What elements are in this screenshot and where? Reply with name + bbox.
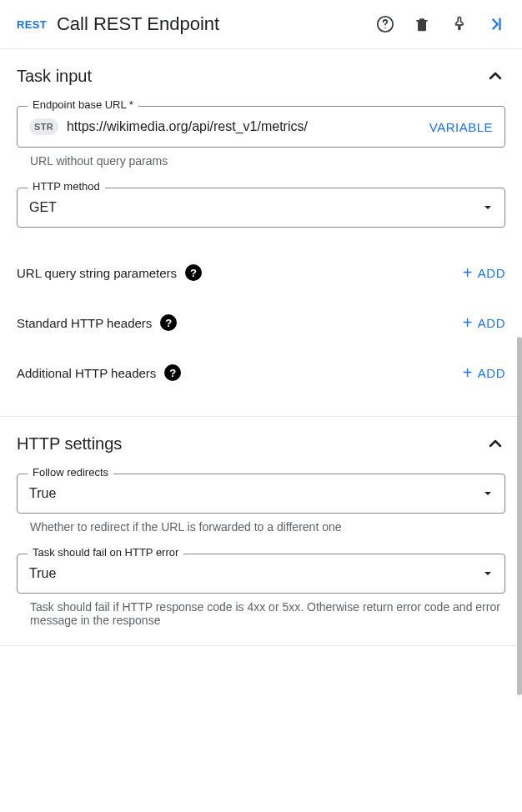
scrollbar[interactable] <box>517 337 522 695</box>
query-params-row: URL query string parameters ? + ADD <box>17 248 505 298</box>
help-icon[interactable]: ? <box>160 314 177 331</box>
endpoint-url-input[interactable] <box>67 119 421 134</box>
http-method-select[interactable]: GET <box>18 188 504 227</box>
help-icon[interactable]: ? <box>185 264 202 281</box>
plus-icon: + <box>463 314 473 331</box>
fail-on-error-field-group: Task should fail on HTTP error True Task… <box>17 554 505 627</box>
caret-down-icon <box>483 569 493 579</box>
fail-on-error-value: True <box>29 566 56 581</box>
http-method-field-group: HTTP method GET <box>17 188 505 228</box>
standard-headers-row: Standard HTTP headers ? + ADD <box>17 298 505 348</box>
delete-icon[interactable] <box>412 14 432 34</box>
query-params-label: URL query string parameters <box>17 266 177 280</box>
help-icon[interactable] <box>375 14 395 34</box>
str-type-badge: STR <box>29 118 58 135</box>
endpoint-url-helper: URL without query params <box>30 154 505 168</box>
add-label: ADD <box>478 266 505 280</box>
caret-down-icon <box>483 203 493 213</box>
panel-title: Call REST Endpoint <box>57 13 365 35</box>
standard-headers-label: Standard HTTP headers <box>17 316 152 330</box>
task-input-toggle[interactable]: Task input <box>17 66 505 86</box>
follow-redirects-label: Follow redirects <box>28 466 113 479</box>
chevron-up-icon <box>485 66 505 86</box>
svg-point-1 <box>384 28 385 28</box>
panel-header: REST Call REST Endpoint <box>0 0 522 49</box>
http-settings-title: HTTP settings <box>17 434 122 454</box>
plus-icon: + <box>463 364 473 381</box>
add-standard-header-button[interactable]: + ADD <box>463 314 505 331</box>
fail-on-error-helper: Task should fail if HTTP response code i… <box>30 600 505 627</box>
rest-badge: REST <box>17 18 47 31</box>
http-settings-section: HTTP settings Follow redirects True Wh <box>0 417 522 646</box>
caret-down-icon <box>483 489 493 499</box>
fail-on-error-select[interactable]: True <box>18 554 504 593</box>
add-label: ADD <box>478 366 505 380</box>
task-input-section: Task input Endpoint base URL * STR VARIA… <box>0 49 522 417</box>
collapse-panel-icon[interactable] <box>485 14 505 34</box>
fail-on-error-label: Task should fail on HTTP error <box>28 546 183 559</box>
endpoint-url-label: Endpoint base URL * <box>28 98 138 111</box>
follow-redirects-value: True <box>29 486 56 501</box>
add-additional-header-button[interactable]: + ADD <box>463 364 505 381</box>
variable-button[interactable]: VARIABLE <box>429 120 493 134</box>
http-method-label: HTTP method <box>28 180 105 193</box>
follow-redirects-select[interactable]: True <box>18 474 504 513</box>
additional-headers-row: Additional HTTP headers ? + ADD <box>17 348 505 398</box>
add-label: ADD <box>478 316 505 330</box>
task-input-title: Task input <box>17 67 92 86</box>
http-settings-toggle[interactable]: HTTP settings <box>17 434 505 454</box>
additional-headers-label: Additional HTTP headers <box>17 366 156 380</box>
pin-icon[interactable] <box>449 14 469 34</box>
follow-redirects-field-group: Follow redirects True Whether to redirec… <box>17 474 505 534</box>
add-query-param-button[interactable]: + ADD <box>463 264 505 281</box>
chevron-up-icon <box>485 434 505 454</box>
plus-icon: + <box>463 264 473 281</box>
help-icon[interactable]: ? <box>164 364 181 381</box>
endpoint-url-field-group: Endpoint base URL * STR VARIABLE URL wit… <box>17 106 505 168</box>
http-method-value: GET <box>29 200 57 215</box>
follow-redirects-helper: Whether to redirect if the URL is forwar… <box>30 520 505 534</box>
